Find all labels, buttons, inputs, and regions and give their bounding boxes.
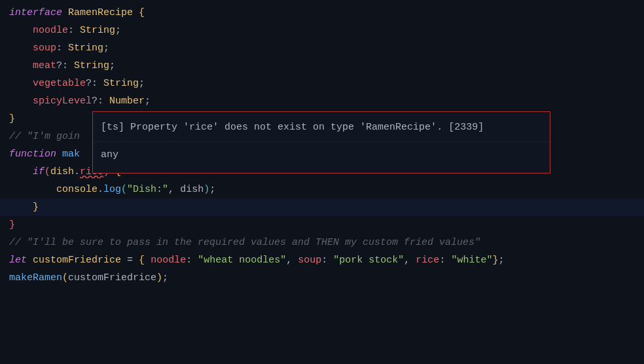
console-obj: console — [56, 184, 98, 195]
keyword-let: let — [9, 255, 27, 266]
property-name: meat? — [33, 60, 62, 71]
equals: = — [127, 255, 133, 266]
property-name: noodle — [33, 25, 68, 36]
code-line: soup: String; — [0, 39, 644, 57]
keyword-interface: interface — [9, 7, 62, 18]
string-literal: "pork stock" — [333, 255, 404, 266]
dot: . — [98, 184, 103, 195]
colon: : — [92, 78, 98, 89]
comment: // "I'll be sure to pass in the required… — [9, 237, 480, 248]
argument: customFriedrice — [68, 272, 156, 283]
semicolon: ; — [209, 184, 215, 195]
comma: , — [168, 184, 174, 195]
type-ref: String — [80, 25, 115, 36]
object-key: noodle — [151, 255, 186, 266]
code-line: vegetable?: String; — [0, 75, 644, 92]
object-key: soup — [298, 255, 321, 266]
code-line: noodle: String; — [0, 22, 644, 39]
semicolon: ; — [498, 255, 504, 266]
close-brace: } — [9, 113, 15, 124]
semicolon: ; — [115, 25, 121, 36]
semicolon: ; — [109, 60, 115, 71]
code-line: interface RamenRecipe { — [0, 4, 644, 22]
code-line: makeRamen(customFriedrice); — [0, 269, 644, 287]
open-paren: ( — [45, 166, 50, 177]
close-brace: } — [33, 202, 39, 213]
function-name: mak — [62, 149, 80, 160]
string-literal: "wheat noodles" — [198, 255, 286, 266]
close-brace: } — [9, 219, 15, 230]
variable: dish — [180, 184, 204, 195]
interface-name: RamenRecipe — [68, 7, 133, 18]
property-name: soup — [33, 43, 56, 54]
function-call: makeRamen — [9, 272, 62, 283]
code-line: meat?: String; — [0, 57, 644, 75]
code-line: // "I'll be sure to pass in the required… — [0, 234, 644, 251]
open-paren: ( — [121, 184, 127, 195]
code-line-active: } — [0, 198, 644, 216]
semicolon: ; — [145, 96, 151, 107]
open-paren: ( — [62, 272, 68, 283]
type-ref: String — [74, 60, 109, 71]
string-literal: "white" — [451, 255, 492, 266]
keyword-function: function — [9, 149, 56, 160]
variable-name: customFriedrice — [33, 255, 121, 266]
open-brace: { — [139, 7, 145, 18]
error-message: [ts] Property 'rice' does not exist on t… — [101, 118, 542, 136]
semicolon: ; — [103, 43, 109, 54]
code-line: console.log("Dish:", dish); — [0, 181, 644, 198]
semicolon: ; — [139, 78, 145, 89]
object-key: rice — [416, 255, 439, 266]
type-ref: Number — [109, 96, 145, 107]
property-name: vegetable? — [33, 78, 92, 89]
colon: : — [56, 43, 62, 54]
dot: . — [74, 166, 80, 177]
close-paren: ) — [204, 184, 209, 195]
error-hover-tooltip[interactable]: [ts] Property 'rice' does not exist on t… — [92, 111, 550, 173]
property-name: spicyLevel? — [33, 96, 98, 107]
code-line: } — [0, 216, 644, 234]
code-line: let customFriedrice = { noodle: "wheat n… — [0, 251, 644, 269]
tooltip-divider — [93, 141, 550, 142]
colon: : — [62, 60, 68, 71]
type-ref: String — [103, 78, 139, 89]
variable: dish — [50, 166, 74, 177]
comment: // "I'm goin — [9, 131, 80, 142]
colon: : — [68, 25, 74, 36]
type-ref: String — [68, 43, 103, 54]
keyword-if: if — [33, 166, 45, 177]
method-log: log — [103, 184, 121, 195]
close-paren: ) — [156, 272, 162, 283]
semicolon: ; — [162, 272, 168, 283]
string-literal: "Dish:" — [127, 184, 168, 195]
type-info: any — [101, 146, 542, 164]
open-brace: { — [139, 255, 145, 266]
colon: : — [98, 96, 103, 107]
code-line: spicyLevel?: Number; — [0, 92, 644, 110]
